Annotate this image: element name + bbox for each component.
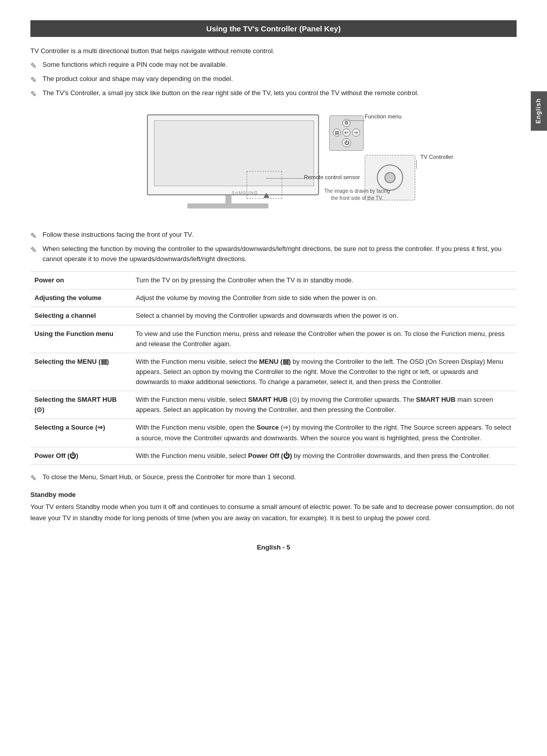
follow-notes: ✎ Follow these instructions facing the f…	[30, 230, 517, 265]
tv-base-neck	[225, 195, 231, 204]
tv-base	[187, 203, 268, 208]
tv-diagram-area: SAMSUNG ⚙ ▤ ↩ ⇒ ⏻ Function menu	[30, 109, 517, 221]
note-text-2: The product colour and shape may vary de…	[43, 74, 233, 84]
table-cell-label-1: Adjusting the volume	[30, 289, 132, 307]
func-icon-menu: ▤	[333, 129, 341, 137]
func-icon-row-2: ▤ ↩ ⇒	[333, 129, 360, 137]
tv-controller-label: TV Controller	[420, 154, 453, 160]
sensor-label: Remote control sensor	[304, 174, 360, 180]
table-cell-label-4: Selecting the MENU (▤)	[30, 353, 132, 391]
follow-note-text-2: When selecting the function by moving th…	[43, 244, 517, 264]
table-row: Using the Function menuTo view and use t…	[30, 325, 517, 353]
table-cell-label-0: Power on	[30, 272, 132, 289]
footer: English - 5	[30, 538, 517, 551]
page: English Using the TV's Controller (Panel…	[0, 0, 547, 756]
follow-note-2: ✎ When selecting the function by moving …	[30, 244, 517, 264]
table-cell-desc-7: With the Function menu visible, select P…	[132, 447, 517, 465]
side-tab: English	[531, 91, 547, 131]
arrow-up-indicator	[263, 193, 269, 198]
info-table: Power onTurn the TV on by pressing the C…	[30, 271, 517, 465]
table-row: Adjusting the volumeAdjust the volume by…	[30, 289, 517, 307]
close-note-text: To close the Menu, Smart Hub, or Source,…	[43, 472, 296, 482]
follow-note-1: ✎ Follow these instructions facing the f…	[30, 230, 517, 241]
page-title: Using the TV's Controller (Panel Key)	[30, 20, 517, 37]
note-text-3: The TV's Controller, a small joy stick l…	[43, 88, 419, 98]
table-row: Selecting the MENU (▤)With the Function …	[30, 353, 517, 391]
func-icon-power: ⏻	[342, 138, 351, 147]
note-item-1: ✎ Some functions which require a PIN cod…	[30, 60, 517, 71]
controller-line	[416, 160, 417, 169]
table-row: Power Off (⏻)With the Function menu visi…	[30, 447, 517, 465]
table-cell-desc-1: Adjust the volume by moving the Controll…	[132, 289, 517, 307]
table-row: Selecting the SMART HUB (⊙)With the Func…	[30, 391, 517, 419]
note-text-1: Some functions which require a PIN code …	[43, 60, 227, 70]
follow-note-icon-1: ✎	[30, 230, 41, 241]
func-icon-source: ⇒	[352, 129, 360, 137]
follow-note-icon-2: ✎	[30, 244, 41, 256]
footer-text: English - 5	[257, 543, 290, 551]
front-label: The image is drawn by facingthe front si…	[324, 188, 390, 202]
controller-inner	[384, 172, 396, 183]
table-row: Selecting a Source (⇒)With the Function …	[30, 419, 517, 447]
standby-section: Standby mode Your TV enters Standby mode…	[30, 491, 517, 523]
table-row: Power onTurn the TV on by pressing the C…	[30, 272, 517, 289]
controller-circle	[377, 164, 403, 191]
tv-body: SAMSUNG	[147, 114, 319, 195]
sensor-line	[266, 178, 304, 179]
table-cell-desc-2: Select a channel by moving the Controlle…	[132, 307, 517, 325]
note-icon-1: ✎	[30, 60, 41, 71]
func-icon-back: ↩	[342, 129, 350, 137]
table-cell-label-2: Selecting a channel	[30, 307, 132, 325]
note-icon-2: ✎	[30, 74, 41, 86]
table-cell-desc-4: With the Function menu visible, select t…	[132, 353, 517, 391]
close-note: ✎ To close the Menu, Smart Hub, or Sourc…	[30, 472, 517, 484]
follow-note-text-1: Follow these instructions facing the fro…	[43, 230, 193, 240]
table-cell-label-7: Power Off (⏻)	[30, 447, 132, 465]
tv-screen	[154, 120, 314, 186]
table-row: Selecting a channelSelect a channel by m…	[30, 307, 517, 325]
note-item-2: ✎ The product colour and shape may vary …	[30, 74, 517, 86]
func-line	[344, 120, 365, 121]
standby-heading: Standby mode	[30, 491, 517, 498]
standby-text: Your TV enters Standby mode when you tur…	[30, 501, 517, 523]
table-cell-desc-0: Turn the TV on by pressing the Controlle…	[132, 272, 517, 289]
note-item-3: ✎ The TV's Controller, a small joy stick…	[30, 88, 517, 100]
tv-diagram: SAMSUNG ⚙ ▤ ↩ ⇒ ⏻ Function menu	[132, 109, 415, 211]
function-menu-label: Function menu	[365, 113, 402, 119]
table-cell-label-6: Selecting a Source (⇒)	[30, 419, 132, 447]
table-cell-label-3: Using the Function menu	[30, 325, 132, 353]
table-cell-desc-5: With the Function menu visible, select S…	[132, 391, 517, 419]
note-icon-3: ✎	[30, 88, 41, 100]
table-cell-desc-3: To view and use the Function menu, press…	[132, 325, 517, 353]
close-note-icon: ✎	[30, 472, 41, 484]
intro-text: TV Controller is a multi directional but…	[30, 46, 517, 57]
table-cell-desc-6: With the Function menu visible, open the…	[132, 419, 517, 447]
table-cell-label-5: Selecting the SMART HUB (⊙)	[30, 391, 132, 419]
